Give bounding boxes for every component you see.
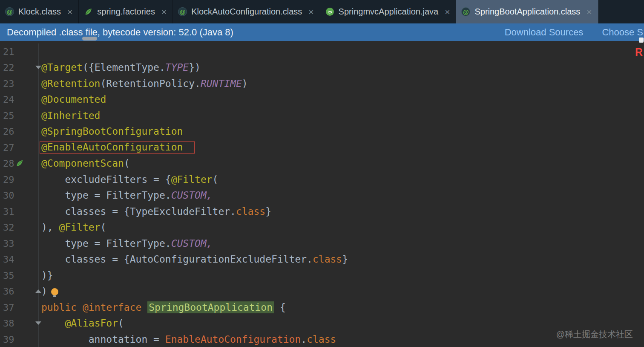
- code-text: @Target({ElementType.TYPE}): [41, 62, 201, 73]
- watermark-text: @稀土掘金技术社区: [556, 329, 633, 340]
- code-token: ): [41, 286, 47, 297]
- line-number: 35: [3, 270, 14, 280]
- code-line-25[interactable]: 25@Inherited: [0, 107, 644, 124]
- code-token: type = FilterType.: [41, 238, 171, 249]
- code-token: }): [189, 62, 201, 73]
- tab-klockautoconfiguration-class[interactable]: @ KlockAutoConfiguration.class ×: [173, 0, 320, 23]
- line-number: 32: [3, 222, 14, 233]
- tab-springbootapplication-class[interactable]: @ SpringBootApplication.class ×: [456, 0, 598, 23]
- code-token: @SpringBootConfiguration: [41, 126, 183, 137]
- vertical-scrollbar-thumb[interactable]: [639, 38, 644, 43]
- code-line-29[interactable]: 29 excludeFilters = {@Filter(: [0, 171, 644, 188]
- code-line-33[interactable]: 33 type = FilterType.CUSTOM,: [0, 235, 644, 252]
- code-line-31[interactable]: 31 classes = {TypeExcludeFilter.class}: [0, 203, 644, 220]
- code-token: {: [274, 302, 286, 313]
- gutter: 26: [0, 124, 39, 140]
- tab-close-icon[interactable]: ×: [445, 7, 450, 16]
- gutter: 25: [0, 107, 39, 124]
- code-text: @SpringBootConfiguration: [41, 126, 183, 137]
- code-text: annotation = EnableAutoConfiguration.cla…: [41, 334, 336, 345]
- code-line-36[interactable]: 36): [0, 283, 644, 300]
- gutter: 23: [0, 75, 39, 92]
- ide-window: @ Klock.class × spring.factories × @ Klo…: [0, 0, 644, 347]
- code-token: @interface: [83, 302, 147, 313]
- line-number: 38: [3, 318, 14, 329]
- tab-klock-class[interactable]: @ Klock.class ×: [0, 0, 79, 23]
- code-token: public: [41, 302, 83, 313]
- tab-close-icon[interactable]: ×: [161, 7, 167, 16]
- floating-scrollbar-thumb[interactable]: [82, 37, 97, 40]
- intention-bulb-icon[interactable]: [51, 288, 58, 295]
- gutter: 39: [0, 331, 39, 347]
- code-token: excludeFilters = {: [41, 174, 171, 185]
- code-token: ElementType.: [95, 62, 165, 73]
- fold-marker-icon[interactable]: [35, 321, 41, 325]
- code-line-35[interactable]: 35)}: [0, 267, 644, 283]
- editor-pane[interactable]: 2122@Target({ElementType.TYPE})23@Retent…: [0, 41, 644, 347]
- tab-springmvcapplication-java[interactable]: SpringmvcApplication.java ×: [320, 0, 457, 23]
- gutter: 35: [0, 267, 39, 283]
- line-number: 39: [3, 334, 14, 344]
- tab-close-icon[interactable]: ×: [308, 7, 313, 16]
- gutter: 22: [0, 60, 39, 76]
- banner-message: Decompiled .class file, bytecode version…: [7, 27, 233, 38]
- tab-close-icon[interactable]: ×: [586, 7, 592, 16]
- code-line-21[interactable]: 21: [0, 43, 644, 60]
- code-token: @Documented: [41, 94, 106, 105]
- code-text: @EnableAutoConfiguration: [41, 142, 195, 153]
- code-line-39[interactable]: 39 annotation = EnableAutoConfiguration.…: [0, 331, 644, 347]
- line-number: 25: [3, 110, 14, 121]
- code-token: class: [236, 206, 265, 217]
- code-token: class: [307, 334, 336, 345]
- code-token: }: [342, 254, 348, 265]
- code-token: @Target: [41, 62, 83, 73]
- code-line-37[interactable]: 37public @interface SpringBootApplicatio…: [0, 299, 644, 315]
- code-token: ),: [41, 222, 59, 233]
- spring-bean-gutter-icon[interactable]: [15, 159, 24, 168]
- download-sources-link[interactable]: Download Sources: [505, 27, 584, 38]
- tab-spring-factories[interactable]: spring.factories ×: [79, 0, 173, 23]
- code-token: EnableAutoConfiguration: [165, 334, 301, 345]
- code-text: @Retention(RetentionPolicy.RUNTIME): [41, 78, 248, 89]
- line-number: 23: [3, 78, 14, 89]
- clipped-inspection-letter: R: [635, 46, 643, 58]
- line-number: 37: [3, 302, 14, 312]
- line-number: 27: [3, 142, 14, 153]
- tab-label: KlockAutoConfiguration.class: [191, 7, 302, 17]
- code-token: )}: [41, 270, 53, 281]
- code-token: SpringBootApplication: [147, 301, 274, 313]
- code-token: @Filter: [171, 174, 213, 185]
- line-number: 29: [3, 174, 14, 185]
- tab-label: spring.factories: [97, 7, 155, 17]
- code-line-27[interactable]: 27@EnableAutoConfiguration: [0, 139, 644, 156]
- code-token: classes = {AutoConfigurationExcludeFilte…: [41, 254, 313, 265]
- code-line-28[interactable]: 28@ComponentScan(: [0, 156, 644, 172]
- code-token: type = FilterType.: [41, 190, 171, 201]
- line-number: 31: [3, 206, 14, 217]
- code-line-23[interactable]: 23@Retention(RetentionPolicy.RUNTIME): [0, 75, 644, 92]
- code-token: @EnableAutoConfiguration: [41, 142, 183, 153]
- code-token: @AliasFor: [65, 318, 118, 329]
- red-annotation-box: @EnableAutoConfiguration: [40, 141, 195, 154]
- line-number: 34: [3, 254, 14, 265]
- code-line-30[interactable]: 30 type = FilterType.CUSTOM,: [0, 188, 644, 204]
- line-number: 28: [3, 158, 14, 169]
- code-line-22[interactable]: 22@Target({ElementType.TYPE}): [0, 60, 644, 76]
- annotation-class-icon: @: [461, 7, 470, 16]
- fold-marker-icon[interactable]: [35, 289, 41, 293]
- code-line-24[interactable]: 24@Documented: [0, 92, 644, 108]
- choose-sources-link[interactable]: Choose S: [602, 27, 643, 38]
- code-token: TYPE: [165, 62, 189, 73]
- code-text: type = FilterType.CUSTOM,: [41, 238, 213, 249]
- code-line-38[interactable]: 38 @AliasFor(: [0, 315, 644, 332]
- gutter: 38: [0, 315, 39, 332]
- code-text: classes = {TypeExcludeFilter.class}: [41, 206, 271, 217]
- code-text: @ComponentScan(: [41, 158, 130, 169]
- line-number: 24: [3, 94, 14, 105]
- code-line-26[interactable]: 26@SpringBootConfiguration: [0, 124, 644, 140]
- spring-leaf-icon: [84, 7, 93, 16]
- fold-marker-icon[interactable]: [35, 66, 41, 69]
- code-line-34[interactable]: 34 classes = {AutoConfigurationExcludeFi…: [0, 252, 644, 268]
- code-line-32[interactable]: 32), @Filter(: [0, 220, 644, 236]
- tab-close-icon[interactable]: ×: [67, 7, 72, 16]
